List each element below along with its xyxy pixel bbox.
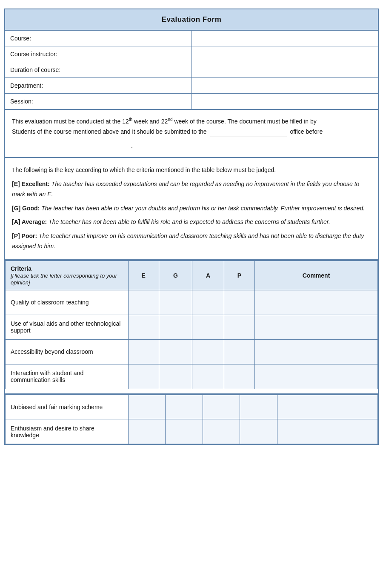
cell-e[interactable] (128, 339, 159, 364)
cell-p[interactable] (240, 419, 277, 444)
cell-comment[interactable] (277, 395, 377, 419)
key-item: [A] Average: The teacher has not been ab… (12, 217, 371, 227)
cell-g[interactable] (166, 395, 203, 419)
col-g-header: G (159, 261, 192, 290)
key-item: [E] Excellent: The teacher has exceeded … (12, 179, 371, 200)
table-row: Accessibility beyond classroom (6, 339, 378, 364)
cell-p[interactable] (224, 364, 255, 389)
key-item: [G] Good: The teacher has been able to c… (12, 203, 371, 214)
criteria-table-2: Unbiased and fair marking scheme Enthusi… (5, 394, 378, 445)
evaluation-form: Evaluation Form Course: Course instructo… (4, 9, 379, 445)
key-item: [P] Poor: The teacher must improve on hi… (12, 231, 371, 252)
table-header-row: Criteria [Please tick the letter corresp… (6, 261, 378, 290)
cell-g[interactable] (166, 419, 203, 444)
cell-g[interactable] (159, 290, 192, 315)
criteria-cell: Enthusiasm and desire to share knowledge (6, 419, 129, 444)
cell-comment[interactable] (255, 315, 378, 339)
info-value[interactable] (192, 94, 378, 109)
key-description: The teacher has been able to clear your … (41, 205, 365, 212)
info-table: Course: Course instructor: Duration of c… (5, 31, 378, 109)
info-row: Session: (5, 94, 378, 109)
key-description: The teacher must improve on his communic… (12, 232, 364, 250)
cell-comment[interactable] (277, 419, 377, 444)
col-a-header: A (192, 261, 224, 290)
cell-a[interactable] (192, 290, 224, 315)
col-p-header: P (224, 261, 255, 290)
info-row: Department: (5, 78, 378, 94)
criteria-cell: Unbiased and fair marking scheme (6, 395, 129, 419)
criteria-header: Criteria [Please tick the letter corresp… (6, 261, 129, 290)
info-label: Course: (5, 31, 192, 46)
criteria-cell: Interaction with student and communicati… (6, 364, 129, 389)
info-label: Session: (5, 94, 192, 109)
cell-e[interactable] (128, 290, 159, 315)
key-description: The teacher has not been able to fulfill… (49, 218, 330, 225)
cell-comment[interactable] (255, 339, 378, 364)
cell-e[interactable] (128, 315, 159, 339)
cell-e[interactable] (128, 395, 166, 419)
key-intro: The following is the key according to wh… (12, 165, 371, 175)
instruction-block: This evaluation must be conducted at the… (5, 109, 378, 158)
col-e-header: E (128, 261, 159, 290)
key-block: The following is the key according to wh… (5, 158, 378, 260)
criteria-cell: Accessibility beyond classroom (6, 339, 129, 364)
key-description: The teacher has exceeded expectations an… (12, 181, 359, 198)
cell-comment[interactable] (255, 364, 378, 389)
criteria-cell: Quality of classroom teaching (6, 290, 129, 315)
criteria-table: Criteria [Please tick the letter corresp… (5, 260, 378, 389)
cell-a[interactable] (192, 364, 224, 389)
key-code: [E] Excellent: (12, 181, 50, 187)
table-row: Unbiased and fair marking scheme (6, 395, 378, 419)
key-code: [P] Poor: (12, 232, 37, 239)
cell-a[interactable] (203, 419, 240, 444)
table-section-2: Unbiased and fair marking scheme Enthusi… (5, 393, 378, 445)
office-fill-line (210, 126, 287, 137)
cell-g[interactable] (159, 364, 192, 389)
cell-p[interactable] (224, 290, 255, 315)
info-label: Department: (5, 78, 192, 94)
info-label: Course instructor: (5, 46, 192, 62)
cell-p[interactable] (224, 315, 255, 339)
form-header: Evaluation Form (5, 9, 378, 31)
cell-p[interactable] (224, 339, 255, 364)
table-row: Interaction with student and communicati… (6, 364, 378, 389)
instruction-line3: . (12, 137, 371, 151)
cell-g[interactable] (159, 339, 192, 364)
form-title: Evaluation Form (162, 15, 222, 23)
info-label: Duration of course: (5, 62, 192, 78)
cell-a[interactable] (192, 339, 224, 364)
cell-a[interactable] (203, 395, 240, 419)
info-row: Course: (5, 31, 378, 46)
sig-fill-line (12, 141, 131, 151)
criteria-cell: Use of visual aids and other technologic… (6, 315, 129, 339)
col-comment-header: Comment (255, 261, 378, 290)
info-value[interactable] (192, 78, 378, 94)
table-row: Quality of classroom teaching (6, 290, 378, 315)
info-row: Duration of course: (5, 62, 378, 78)
cell-g[interactable] (159, 315, 192, 339)
table-row: Enthusiasm and desire to share knowledge (6, 419, 378, 444)
instruction-line2: Students of the course mentioned above a… (12, 126, 371, 137)
cell-e[interactable] (128, 364, 159, 389)
info-value[interactable] (192, 46, 378, 62)
instruction-line1: This evaluation must be conducted at the… (12, 116, 371, 126)
cell-comment[interactable] (255, 290, 378, 315)
info-row: Course instructor: (5, 46, 378, 62)
table-row: Use of visual aids and other technologic… (6, 315, 378, 339)
info-value[interactable] (192, 62, 378, 78)
cell-a[interactable] (192, 315, 224, 339)
key-code: [G] Good: (12, 205, 40, 212)
info-value[interactable] (192, 31, 378, 46)
key-code: [A] Average: (12, 218, 47, 225)
cell-p[interactable] (240, 395, 277, 419)
cell-e[interactable] (128, 419, 166, 444)
